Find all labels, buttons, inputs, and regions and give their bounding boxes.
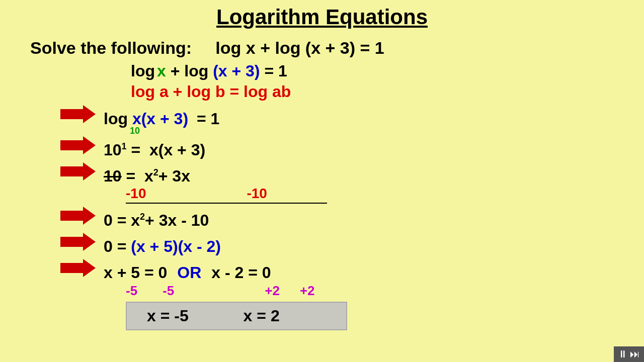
svg-marker-3 (60, 207, 96, 225)
step1-equation: log x + log (x + 3) = 1 (131, 62, 644, 80)
arrow-5 (60, 232, 96, 252)
result2: x = 2 (244, 307, 280, 325)
arrow-3 (60, 161, 96, 182)
page-title: Logarithm Equations (0, 0, 644, 33)
media-controls[interactable]: ⏸ ⏭ (614, 346, 644, 362)
svg-marker-0 (60, 105, 96, 123)
arrow-4 (60, 206, 96, 226)
svg-marker-5 (60, 259, 96, 277)
step7-subs: -5 -5 +2 +2 (126, 283, 644, 299)
step5: 0 = x2+ 3x - 10 (60, 206, 644, 230)
content-area: log x + log (x + 3) = 1 log a + log b = … (30, 62, 644, 330)
pause-icon[interactable]: ⏸ (618, 348, 628, 360)
result-box: x = -5 x = 2 (126, 302, 644, 330)
result1: x = -5 (147, 307, 189, 325)
subtraction-row: -10 -10 (126, 186, 644, 202)
problem-equation: log x + log (x + 3) = 1 (215, 38, 384, 57)
step7: x + 5 = 0 OR x - 2 = 0 (60, 258, 644, 282)
svg-marker-2 (60, 162, 96, 180)
arrow-6 (60, 258, 96, 278)
svg-marker-1 (60, 136, 96, 154)
problem-statement: Solve the following: log x + log (x + 3)… (30, 38, 644, 58)
log-rule: log a + log b = log ab (131, 82, 644, 101)
svg-marker-4 (60, 233, 96, 251)
step4: 10 = x2+ 3x (60, 161, 644, 186)
step3: 101 = x(x + 3) (60, 135, 644, 159)
solve-label: Solve the following: (30, 38, 192, 57)
step6: 0 = (x + 5)(x - 2) (60, 232, 644, 256)
step2: log x(x + 3) 10 = 1 (60, 104, 644, 128)
next-icon[interactable]: ⏭ (630, 348, 640, 360)
page-container: Logarithm Equations Solve the following:… (0, 0, 644, 330)
divider (126, 203, 327, 204)
arrow-2 (60, 135, 96, 155)
arrow-1 (60, 104, 96, 124)
